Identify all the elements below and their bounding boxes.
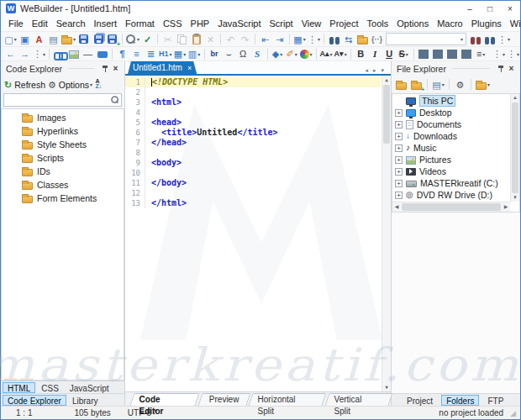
view-style-button[interactable]: ▤▾ [431, 78, 445, 92]
pin-button[interactable] [99, 63, 110, 74]
tab-css[interactable]: CSS [36, 382, 64, 393]
expand-plus-icon[interactable]: + [395, 180, 403, 187]
find-previous-button[interactable] [482, 33, 497, 46]
toolbar2-overflow1-button[interactable]: ⋮▾ [492, 47, 506, 60]
toolbar1-overflow2-button[interactable]: ⋮▾ [497, 33, 511, 46]
save-as-button[interactable]: + [105, 33, 119, 46]
scrollbar-thumb[interactable] [383, 85, 390, 144]
expand-plus-icon[interactable]: + [395, 192, 403, 199]
special-chars-button[interactable]: Ω [236, 47, 250, 60]
back-button[interactable]: ← [3, 47, 18, 60]
folders-dropdown-button[interactable]: ▾ [475, 78, 491, 92]
code-line[interactable]: 5<head> [125, 118, 381, 128]
menu-insert[interactable]: Insert [90, 17, 122, 30]
browser-preview-button[interactable]: ▤ [46, 33, 61, 46]
expand-plus-icon[interactable]: + [395, 133, 403, 140]
code-editor[interactable]: 1<!DOCTYPE HTML>23<html>45<head>6 <title… [125, 76, 391, 391]
pin-button[interactable] [495, 63, 506, 74]
tree-item-form-elements[interactable]: Form Elements [2, 192, 124, 205]
file-tree-item-this-pc[interactable]: This PC [392, 95, 509, 107]
find-in-files-button[interactable] [355, 33, 370, 46]
scrollbar-thumb[interactable] [512, 102, 518, 193]
insert-span-button[interactable]: S [250, 47, 265, 60]
file-tree-item-downloads[interactable]: +↓Downloads [392, 130, 509, 142]
mode-tab-preview[interactable]: Preview [197, 393, 250, 406]
tab-folders[interactable]: Folders [441, 395, 479, 406]
code-line[interactable]: 10 [125, 168, 381, 178]
bold-button[interactable]: B [354, 47, 368, 60]
search-term-combobox[interactable]: ▾ [386, 33, 466, 45]
insert-table-button[interactable]: ▦▾ [173, 47, 187, 60]
code-line[interactable]: 13</html> [125, 198, 381, 208]
code-line[interactable]: 3<html> [125, 97, 381, 108]
file-tree-item-dvd-rw-drive-d-[interactable]: +◎DVD RW Drive (D:) [392, 189, 509, 201]
insert-nbsp-button[interactable]: ⌣ [222, 47, 236, 60]
file-tree-item-videos[interactable]: +Videos [392, 165, 509, 177]
spellcheck-button[interactable]: ✓ [140, 33, 155, 46]
file-tree-item-pictures[interactable]: +Pictures [392, 154, 509, 165]
insert-hr-button[interactable]: — [81, 47, 95, 60]
explorer-settings-button[interactable]: ⚙ [453, 78, 467, 92]
tab-close-icon[interactable]: × [187, 64, 192, 72]
tab-scroll-left-icon[interactable]: ◂ [365, 67, 368, 74]
tab-project[interactable]: Project [402, 395, 438, 406]
format-painter-button[interactable]: ✐▾ [285, 47, 299, 60]
code-explorer-search-input[interactable] [4, 95, 110, 105]
close-button[interactable]: × [500, 1, 520, 16]
menu-plugins[interactable]: Plugins [467, 17, 506, 30]
menu-windows[interactable]: Windows [506, 17, 521, 30]
cut-button[interactable]: ✂ [161, 33, 175, 46]
heading-button[interactable]: H1▾ [158, 47, 173, 60]
scrollbar-thumb[interactable] [402, 203, 501, 211]
italic-button[interactable]: I [368, 47, 382, 60]
tab-ftp[interactable]: FTP [482, 395, 508, 406]
code-line[interactable]: 7</head> [125, 138, 381, 148]
code-line[interactable]: 6 <title>Untitled</title> [125, 128, 381, 138]
color-picker-button[interactable]: ▾ [299, 47, 313, 60]
save-button[interactable] [76, 33, 91, 46]
menu-view[interactable]: View [297, 17, 326, 30]
copy-button[interactable] [175, 33, 189, 46]
tree-item-style-sheets[interactable]: Style Sheets [2, 138, 124, 151]
code-explorer-close-button[interactable]: × [110, 63, 121, 74]
redo-button[interactable]: ↷ [238, 33, 252, 46]
menu-css[interactable]: CSS [159, 17, 187, 30]
validate-html-button[interactable]: A [32, 33, 46, 46]
menu-macro[interactable]: Macro [433, 17, 467, 30]
paste-button[interactable] [189, 33, 203, 46]
menu-tools[interactable]: Tools [363, 17, 393, 30]
tab-html[interactable]: HTML [3, 382, 35, 393]
code-line[interactable]: 2 [125, 87, 381, 97]
align-center-button[interactable] [431, 47, 445, 60]
file-tree-item-music[interactable]: +♪Music [392, 142, 509, 154]
tree-item-hyperlinks[interactable]: Hyperlinks [2, 124, 124, 138]
open-file-button[interactable]: ▾ [61, 33, 76, 46]
mode-tab-horizontal-split[interactable]: Horizontal Split [249, 393, 327, 406]
code-line[interactable]: 1<!DOCTYPE HTML> [125, 77, 381, 87]
minimize-button[interactable]: – [460, 1, 480, 16]
align-right-button[interactable] [445, 47, 460, 60]
align-left-button[interactable] [417, 47, 431, 60]
file-explorer-close-button[interactable]: × [506, 63, 517, 74]
file-tree-horizontal-scrollbar[interactable]: ◀ ▶ [392, 202, 510, 212]
tree-item-images[interactable]: Images [2, 111, 124, 124]
underline-button[interactable]: U [382, 47, 397, 60]
menu-project[interactable]: Project [325, 17, 362, 30]
new-from-template-button[interactable]: ▣ [18, 33, 32, 46]
delete-button[interactable]: ✕ [203, 33, 218, 46]
toolbar2-overflow2-button[interactable]: ⋮▾ [506, 47, 520, 60]
history-dropdown-button[interactable]: ⋮▾ [32, 47, 46, 60]
save-all-button[interactable] [91, 33, 105, 46]
scroll-right-icon[interactable]: ▶ [502, 202, 510, 212]
search-term-combobox-input[interactable] [387, 34, 458, 45]
expand-plus-icon[interactable]: + [395, 168, 403, 176]
find-next-button[interactable] [468, 33, 482, 46]
scroll-down-icon[interactable]: ▼ [382, 383, 391, 391]
file-tree-item-documents[interactable]: +Documents [392, 118, 509, 130]
insert-link-button[interactable] [52, 47, 66, 60]
menu-edit[interactable]: Edit [28, 17, 52, 30]
unordered-list-button[interactable]: ≡ [129, 47, 144, 60]
tab-code-explorer[interactable]: Code Explorer [3, 395, 66, 406]
indent-button[interactable]: ⇥ [272, 33, 287, 46]
parent-folder-button[interactable] [394, 78, 408, 92]
